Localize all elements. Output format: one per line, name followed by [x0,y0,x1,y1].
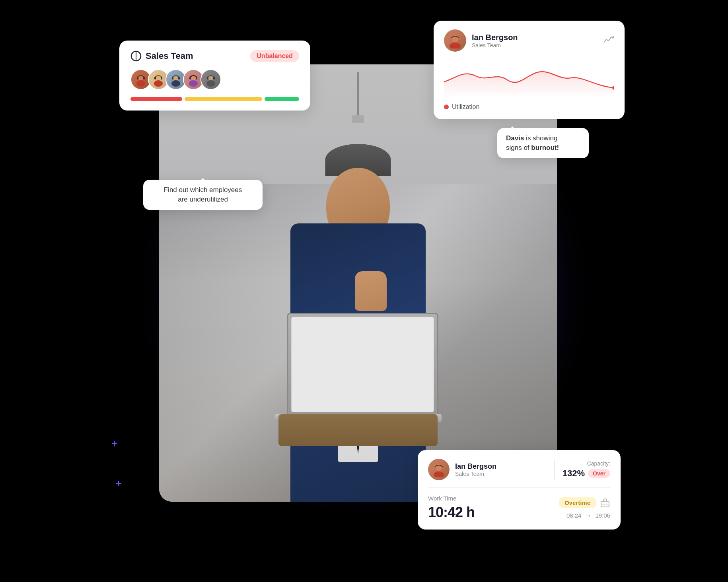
worktime-ian-text: Ian Bergson Sales Team [455,462,496,477]
worktime-ian-name: Ian Bergson [455,462,496,471]
svg-rect-21 [213,77,215,80]
over-badge: Over [588,469,610,478]
worktime-divider [554,460,555,479]
unbalanced-badge: Unbalanced [250,50,299,62]
utilization-chart [444,58,614,98]
card-title: Sales Team [146,51,193,61]
office-light [357,72,359,120]
avatar-5 [200,69,221,90]
card-header: Sales Team Unbalanced [130,50,299,62]
bar-yellow [185,97,262,101]
svg-point-19 [206,80,215,87]
time-end: 19:06 [595,512,610,519]
desk [278,414,438,446]
hero-photo [159,64,557,502]
briefcase-icon [600,497,610,508]
worktime-label: Work Time [428,495,475,502]
time-arrow: → [585,512,591,519]
time-range: 08:24 → 19:06 [566,512,610,519]
svg-point-11 [171,80,180,87]
worktime-left: Work Time 10:42 h [428,495,475,521]
ian-team: Sales Team [472,42,518,48]
worktime-hours: 10:42 h [428,504,475,521]
tooltip-burnout: Davis is showingsigns of burnout! [497,128,589,158]
svg-point-7 [154,80,163,87]
utilization-text: Utilization [452,103,479,111]
svg-point-23 [450,43,461,48]
capacity-percentage: 132% [563,468,585,479]
ian-info: Ian Bergson Sales Team [444,29,518,52]
svg-point-3 [136,80,145,87]
bar-green [265,97,299,101]
card-title-row: Sales Team [130,50,193,62]
svg-rect-4 [137,77,138,80]
worktime-card: Ian Bergson Sales Team Capacity: 132% Ov… [418,450,621,530]
person-figure [278,144,438,502]
progress-bars [130,97,299,101]
svg-point-29 [434,471,444,477]
bar-red [130,97,182,101]
svg-point-15 [189,80,198,87]
overtime-badge: Overtime [559,497,596,508]
worktime-bottom-section: Work Time 10:42 h Overtime 08:24 → 19:0 [428,495,610,521]
balance-icon [130,50,142,62]
capacity-label: Capacity: [563,460,610,467]
sales-team-card: Sales Team Unbalanced [119,41,310,111]
worktime-top-section: Ian Bergson Sales Team Capacity: 132% Ov… [428,459,610,488]
ian-utilization-header: Ian Bergson Sales Team [444,29,614,52]
capacity-value-row: 132% Over [563,468,610,479]
worktime-ian-info: Ian Bergson Sales Team [428,459,546,480]
utilization-dot [444,105,449,109]
svg-rect-16 [189,77,191,80]
worktime-ian-team: Sales Team [455,471,496,477]
tooltip-underutilized: Find out which employeesare underutilize… [143,180,263,210]
cross-decoration-2: + [115,477,122,490]
worktime-right: Overtime 08:24 → 19:06 [559,497,610,519]
ian-avatar [444,29,466,52]
utilization-label: Utilization [444,103,614,111]
laptop-screen [287,313,438,416]
svg-rect-9 [161,77,162,80]
ian-name-block: Ian Bergson Sales Team [472,33,518,48]
ian-utilization-card: Ian Bergson Sales Team [434,21,625,119]
svg-rect-5 [143,77,145,80]
burnout-text: Davis is showingsigns of burnout! [506,134,559,151]
svg-rect-8 [154,77,156,80]
cross-decoration-1: + [111,437,118,450]
man-hand [355,271,387,311]
worktime-ian-avatar [428,459,450,480]
svg-rect-13 [178,77,180,80]
time-start: 08:24 [566,512,582,519]
svg-rect-20 [207,77,208,80]
chart-analytics-icon[interactable] [603,34,614,47]
svg-rect-12 [172,77,173,80]
capacity-section: Capacity: 132% Over [563,460,610,479]
team-avatars [130,69,299,90]
ian-name: Ian Bergson [472,33,518,42]
svg-rect-17 [196,77,197,80]
tooltip-underutilized-text: Find out which employeesare underutilize… [164,186,242,203]
